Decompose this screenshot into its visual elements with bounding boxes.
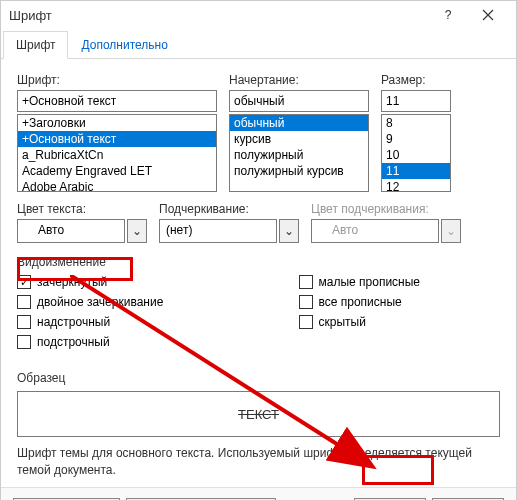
chevron-down-icon[interactable]: ⌄	[127, 219, 147, 243]
sample-box: ТЕКСТ	[17, 391, 500, 437]
color-label: Цвет текста:	[17, 202, 147, 216]
style-list[interactable]: обычный курсив полужирный полужирный кур…	[229, 114, 369, 192]
list-item[interactable]: Academy Engraved LET	[18, 163, 216, 179]
sample-label: Образец	[17, 371, 500, 385]
list-item[interactable]: 10	[382, 147, 450, 163]
ucolor-label: Цвет подчеркивания:	[311, 202, 461, 216]
font-list[interactable]: +Заголовки +Основной текст a_RubricaXtCn…	[17, 114, 217, 192]
size-input[interactable]	[381, 90, 451, 112]
help-button[interactable]: ?	[428, 1, 468, 29]
chevron-down-icon: ⌄	[441, 219, 461, 243]
underline-label: Подчеркивание:	[159, 202, 299, 216]
tab-advanced[interactable]: Дополнительно	[68, 31, 180, 58]
ucolor-combo: Авто ⌄	[311, 219, 461, 243]
font-input[interactable]	[17, 90, 217, 112]
checkbox-strike[interactable]: зачеркнутый	[17, 275, 219, 289]
list-item[interactable]: обычный	[230, 115, 368, 131]
list-item[interactable]: 8	[382, 115, 450, 131]
checkbox-hidden[interactable]: скрытый	[299, 315, 501, 329]
font-label: Шрифт:	[17, 73, 217, 87]
checkbox-subscript[interactable]: подстрочный	[17, 335, 219, 349]
list-item[interactable]: +Заголовки	[18, 115, 216, 131]
dialog-title: Шрифт	[9, 8, 428, 23]
list-item[interactable]: 12	[382, 179, 450, 192]
list-item[interactable]: 9	[382, 131, 450, 147]
list-item[interactable]: +Основной текст	[18, 131, 216, 147]
size-label: Размер:	[381, 73, 451, 87]
style-label: Начертание:	[229, 73, 369, 87]
size-list[interactable]: 8 9 10 11 12	[381, 114, 451, 192]
chevron-down-icon[interactable]: ⌄	[279, 219, 299, 243]
effects-label: Видоизменение	[17, 255, 500, 269]
checkbox-smallcaps[interactable]: малые прописные	[299, 275, 501, 289]
style-input[interactable]	[229, 90, 369, 112]
list-item[interactable]: курсив	[230, 131, 368, 147]
list-item[interactable]: 11	[382, 163, 450, 179]
checkbox-allcaps[interactable]: все прописные	[299, 295, 501, 309]
list-item[interactable]: Adobe Arabic	[18, 179, 216, 192]
color-combo[interactable]: Авто ⌄	[17, 219, 147, 243]
tab-font[interactable]: Шрифт	[3, 31, 68, 59]
hint-text: Шрифт темы для основного текста. Использ…	[17, 445, 500, 479]
close-button[interactable]	[468, 1, 508, 29]
list-item[interactable]: полужирный курсив	[230, 163, 368, 179]
checkbox-superscript[interactable]: надстрочный	[17, 315, 219, 329]
list-item[interactable]: a_RubricaXtCn	[18, 147, 216, 163]
underline-combo[interactable]: (нет) ⌄	[159, 219, 299, 243]
list-item[interactable]: полужирный	[230, 147, 368, 163]
checkbox-dstrike[interactable]: двойное зачеркивание	[17, 295, 219, 309]
